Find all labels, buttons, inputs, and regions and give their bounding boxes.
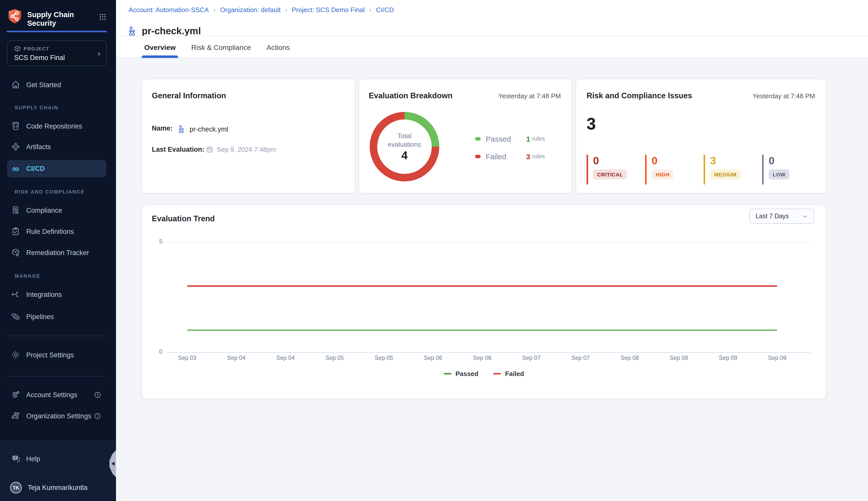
sidebar-item-label: Artifacts <box>26 143 51 150</box>
sidebar-divider <box>7 336 107 336</box>
failed-line-swatch <box>493 373 501 374</box>
legend-row-failed: Failed 3 rules <box>475 149 545 163</box>
x-axis-label: Sep 04 <box>227 355 245 361</box>
tab-bar: Overview Risk & Compliance Actions <box>142 36 303 58</box>
severity-critical: 0 CRITICAL <box>587 155 641 184</box>
evaluation-trend-card: Evaluation Trend Last 7 Days 5 0 Sep 03S… <box>142 205 826 399</box>
medium-badge: MEDIUM <box>710 169 741 179</box>
rule-definitions-clipboard-icon <box>11 227 20 236</box>
sidebar-item-help[interactable]: ? Help <box>7 451 106 466</box>
integrations-icon <box>11 290 20 299</box>
card-title: General Information <box>152 91 226 100</box>
project-selector[interactable]: PROJECT SCS Demo Final › <box>7 40 106 66</box>
x-axis-line <box>167 352 811 353</box>
total-evaluations-count: 4 <box>401 150 408 162</box>
sidebar-item-integrations[interactable]: Integrations <box>7 287 106 301</box>
failed-rules-count: 3 <box>526 152 530 161</box>
name-label: Name: <box>152 125 173 132</box>
sidebar-item-label: CI/CD <box>26 165 45 172</box>
legend-passed[interactable]: Passed <box>444 370 478 377</box>
sidebar-item-project-settings[interactable]: Project Settings <box>7 348 106 362</box>
passed-trend-line <box>187 329 777 331</box>
sidebar-item-label: Compliance <box>26 206 62 214</box>
sidebar-item-get-started[interactable]: Get Started <box>7 78 106 92</box>
sidebar-item-label: Account Settings <box>26 391 77 398</box>
risk-and-compliance-issues-card: Risk and Compliance Issues Yesterday at … <box>575 79 826 193</box>
breadcrumb-account-link[interactable]: Account: Automation-SSCA <box>129 6 209 14</box>
gridline <box>167 242 811 243</box>
info-icon[interactable] <box>94 412 101 419</box>
date-range-dropdown[interactable]: Last 7 Days <box>750 209 814 224</box>
sidebar: Supply ChainSecurity PROJECT SCS Demo Fi… <box>0 0 116 501</box>
sidebar-item-code-repositories[interactable]: Code Repositories <box>7 119 106 133</box>
sidebar-item-compliance[interactable]: Compliance <box>7 203 106 217</box>
tab-actions[interactable]: Actions <box>264 36 292 58</box>
breadcrumb-separator-icon: › <box>213 6 216 14</box>
project-cube-icon <box>14 45 21 52</box>
sidebar-item-organization-settings[interactable]: Organization Settings <box>7 409 106 423</box>
sidebar-item-remediation-tracker[interactable]: Remediation Tracker <box>7 245 106 259</box>
legend-row-passed: Passed 1 rules <box>475 131 545 146</box>
sidebar-user[interactable]: TK Teja Kummarikuntla <box>7 480 106 494</box>
pipeline-icon <box>178 125 186 134</box>
card-title: Evaluation Breakdown <box>369 91 452 100</box>
x-axis-label: Sep 08 <box>670 355 688 361</box>
donut-center-label: Total evaluations 4 <box>377 119 432 174</box>
last-evaluation-value: Sep 9, 2024 7:48pm <box>206 146 276 153</box>
breadcrumb-cicd-link[interactable]: CI/CD <box>376 6 394 14</box>
content-area: General Information Name: pr-check.yml L… <box>116 58 850 501</box>
page-title: pr-check.yml <box>142 25 201 36</box>
project-selector-label: PROJECT <box>24 46 50 51</box>
passed-line-swatch <box>444 373 451 374</box>
critical-count: 0 <box>593 155 641 166</box>
sidebar-item-label: Organization Settings <box>26 412 91 419</box>
tab-overview[interactable]: Overview <box>142 36 178 58</box>
user-name: Teja Kummarikuntla <box>28 483 87 491</box>
main-area: Account: Automation-SSCA › Organization:… <box>116 0 868 501</box>
sidebar-divider <box>7 376 107 376</box>
y-axis-tick-5: 5 <box>154 238 163 244</box>
card-title: Risk and Compliance Issues <box>587 91 692 100</box>
code-repository-icon <box>11 121 20 130</box>
sidebar-item-label: Code Repositories <box>26 122 82 130</box>
legend-failed[interactable]: Failed <box>493 370 524 377</box>
last-evaluation-row: Last Evaluation: Sep 9, 2024 7:48pm <box>142 143 355 157</box>
x-axis-label: Sep 04 <box>276 355 295 361</box>
help-chat-icon: ? <box>11 454 20 463</box>
screenshot-stage: Supply ChainSecurity PROJECT SCS Demo Fi… <box>0 0 868 501</box>
trend-line-chart: Sep 03Sep 04Sep 04Sep 05Sep 05Sep 06Sep … <box>167 242 811 352</box>
evaluations-donut-chart: Total evaluations 4 <box>370 112 439 181</box>
name-value: pr-check.yml <box>178 125 228 134</box>
breadcrumb-separator-icon: › <box>285 6 287 14</box>
sidebar-item-rule-definitions[interactable]: Rule Definitions <box>7 224 106 238</box>
calendar-icon <box>206 146 213 153</box>
chevron-down-icon <box>803 213 808 219</box>
sidebar-item-pipelines[interactable]: Pipelines <box>7 309 106 323</box>
breadcrumb: Account: Automation-SSCA › Organization:… <box>129 6 394 14</box>
sidebar-item-account-settings[interactable]: Account Settings <box>7 387 106 402</box>
sidebar-accent-divider <box>7 31 107 32</box>
medium-count: 3 <box>710 155 758 166</box>
failed-legend-swatch <box>475 154 481 158</box>
breadcrumb-project-link[interactable]: Project: SCS Demo Final <box>292 6 365 14</box>
app-switcher-grid-icon[interactable] <box>99 13 106 21</box>
info-icon[interactable] <box>94 391 101 398</box>
sidebar-item-cicd[interactable]: ∞ CI/CD <box>7 160 106 178</box>
last-evaluation-label: Last Evaluation: <box>152 146 205 153</box>
sidebar-footer: ? Help TK Teja Kummarikuntla <box>0 440 116 501</box>
tab-risk-and-compliance[interactable]: Risk & Compliance <box>189 36 254 58</box>
cicd-infinity-icon: ∞ <box>11 164 20 173</box>
card-timestamp: Yesterday at 7:48 PM <box>498 92 561 100</box>
user-avatar: TK <box>10 482 22 493</box>
breadcrumb-organization-link[interactable]: Organization: default <box>220 6 281 14</box>
x-axis-label: Sep 03 <box>178 355 197 361</box>
page-header: Account: Automation-SSCA › Organization:… <box>116 0 868 58</box>
name-row: Name: pr-check.yml <box>142 121 355 136</box>
sidebar-section-manage: MANAGE <box>14 273 40 279</box>
total-issues-count: 3 <box>587 115 596 134</box>
evaluation-breakdown-card: Evaluation Breakdown Yesterday at 7:48 P… <box>359 79 572 193</box>
sidebar-item-artifacts[interactable]: Artifacts <box>7 140 106 154</box>
account-settings-layers-icon <box>11 390 20 399</box>
x-axis-label: Sep 09 <box>719 355 738 361</box>
active-tab-underline <box>142 55 178 58</box>
